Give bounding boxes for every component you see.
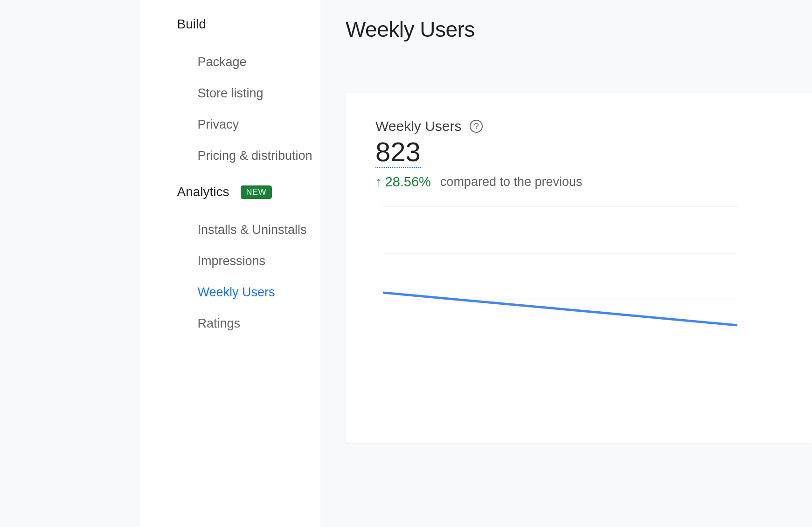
sidebar-item-label: Ratings [197, 316, 240, 330]
sidebar-item-ratings[interactable]: Ratings [177, 308, 320, 339]
metric-value: 823 [375, 137, 421, 168]
sidebar: Build Package Store listing Privacy Pric… [140, 0, 320, 527]
left-spacer [0, 0, 140, 527]
sidebar-section-analytics-label: Analytics [177, 185, 229, 199]
sidebar-item-label: Privacy [197, 117, 239, 131]
sidebar-item-weekly-users[interactable]: Weekly Users [177, 277, 320, 308]
change-comparison-label: compared to the previous [440, 175, 583, 189]
sidebar-item-label: Impressions [197, 254, 265, 268]
sidebar-item-package[interactable]: Package [177, 47, 320, 78]
sidebar-item-pricing-distribution[interactable]: Pricing & distribution [177, 140, 320, 171]
main-content: Weekly Users Weekly Users ? 823 ↑ 28.56%… [320, 0, 812, 527]
page-title: Weekly Users [346, 17, 812, 42]
sidebar-item-installs-uninstalls[interactable]: Installs & Uninstalls [177, 214, 320, 246]
sidebar-item-store-listing[interactable]: Store listing [177, 78, 320, 109]
change-percentage: ↑ 28.56% [375, 174, 431, 190]
help-icon[interactable]: ? [470, 120, 483, 133]
sidebar-section-build: Build [177, 17, 320, 32]
weekly-users-chart [383, 206, 737, 402]
sidebar-item-label: Weekly Users [197, 285, 275, 299]
arrow-up-icon: ↑ [375, 174, 382, 190]
sidebar-section-build-label: Build [177, 17, 206, 32]
sidebar-item-impressions[interactable]: Impressions [177, 246, 320, 277]
card-title: Weekly Users [375, 118, 461, 134]
sidebar-item-label: Pricing & distribution [197, 149, 312, 163]
change-pct-value: 28.56% [385, 174, 431, 190]
sidebar-item-label: Package [197, 55, 246, 69]
sidebar-item-label: Store listing [197, 86, 263, 100]
card-header: Weekly Users ? [375, 118, 812, 134]
chart-series-line [383, 293, 737, 325]
weekly-users-card: Weekly Users ? 823 ↑ 28.56% compared to … [346, 93, 812, 443]
change-row: ↑ 28.56% compared to the previous [375, 174, 812, 190]
sidebar-item-label: Installs & Uninstalls [197, 223, 306, 237]
chart-line-svg [383, 206, 737, 402]
new-badge: NEW [241, 185, 272, 199]
sidebar-item-privacy[interactable]: Privacy [177, 109, 320, 140]
sidebar-section-analytics: Analytics NEW [177, 185, 320, 199]
